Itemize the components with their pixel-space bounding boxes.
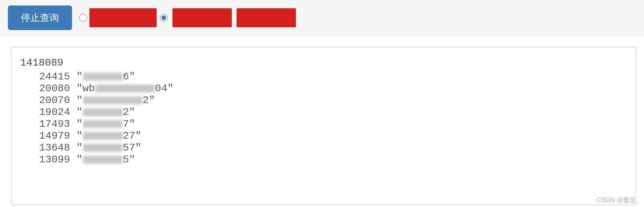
output-row: 13099"5" — [20, 154, 627, 166]
row-value: "27" — [76, 130, 141, 142]
radio-group — [79, 8, 296, 27]
row-count: 13099 — [34, 154, 70, 166]
output-row: 13648"57" — [20, 142, 627, 154]
pixelated-mask — [95, 85, 155, 92]
pixelated-mask — [83, 96, 142, 104]
pixelated-mask — [83, 156, 123, 164]
row-value: "2" — [76, 106, 135, 118]
row-value: "6" — [76, 71, 135, 83]
pixelated-mask — [83, 144, 123, 152]
output-row: 24415"6" — [20, 71, 627, 83]
row-value: "2" — [76, 94, 155, 106]
row-value: "57" — [76, 142, 141, 154]
row-count: 13648 — [34, 142, 70, 154]
output-total: 1418089 — [20, 55, 627, 71]
radio-option-1[interactable] — [79, 8, 157, 27]
pixelated-mask — [83, 73, 123, 81]
row-count: 24415 — [34, 71, 70, 83]
output-row: 20080"wb04" — [20, 83, 627, 94]
output-row: 19024"2" — [20, 106, 627, 118]
toolbar: 停止查询 — [0, 0, 644, 36]
output-row: 17493"7" — [20, 118, 627, 130]
row-count: 17493 — [34, 118, 70, 130]
row-value: "wb04" — [76, 83, 174, 94]
radio-option-2[interactable] — [160, 8, 296, 27]
redacted-option-label-3 — [237, 8, 296, 27]
output-row: 14979"27" — [20, 130, 627, 142]
radio-input-2[interactable] — [160, 14, 168, 22]
output-panel: 1418089 24415"6"20080"wb04"20070"2"19024… — [11, 47, 636, 205]
row-value: "5" — [76, 154, 135, 166]
row-count: 14979 — [34, 130, 70, 142]
pixelated-mask — [83, 132, 123, 140]
redacted-option-label-1 — [89, 8, 157, 27]
stop-query-button[interactable]: 停止查询 — [8, 6, 72, 30]
row-value: "7" — [76, 118, 135, 130]
row-count: 20080 — [34, 83, 70, 94]
radio-input-1[interactable] — [79, 14, 87, 22]
redacted-option-label-2 — [172, 8, 232, 27]
row-count: 19024 — [34, 106, 70, 118]
watermark: CSDN @繁星_ — [597, 196, 639, 205]
pixelated-mask — [83, 120, 123, 128]
pixelated-mask — [83, 108, 123, 116]
row-count: 20070 — [34, 94, 70, 106]
output-row: 20070"2" — [20, 94, 627, 106]
